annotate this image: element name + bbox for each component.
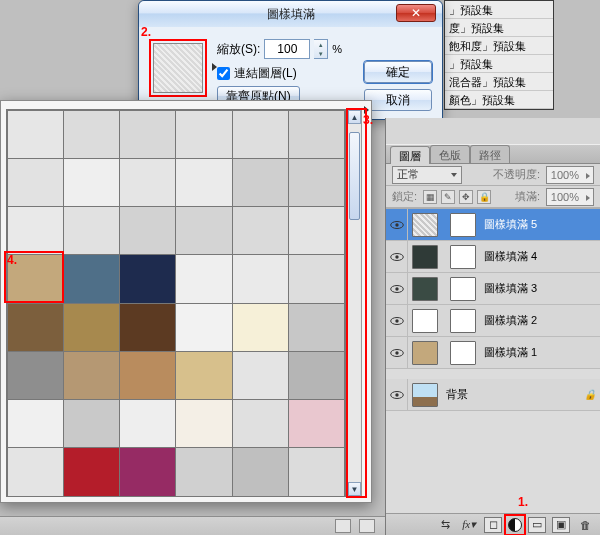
pattern-swatch[interactable] xyxy=(175,447,232,496)
layer-thumbnail[interactable] xyxy=(412,277,438,301)
visibility-eye-icon[interactable] xyxy=(386,305,408,337)
link-layers-icon[interactable]: ⇆ xyxy=(436,517,454,533)
fx-icon[interactable]: fx▾ xyxy=(460,517,478,533)
pattern-swatch[interactable] xyxy=(119,303,176,352)
visibility-eye-icon[interactable] xyxy=(386,209,408,241)
picker-scrollbar[interactable]: ▲ ▼ xyxy=(347,109,362,497)
visibility-eye-icon[interactable] xyxy=(386,273,408,305)
footer-chip-icon[interactable] xyxy=(335,519,351,533)
pattern-swatch[interactable] xyxy=(288,447,345,496)
scale-input[interactable] xyxy=(264,39,310,59)
layer-thumbnail[interactable] xyxy=(412,341,438,365)
layer-mask-thumbnail[interactable] xyxy=(450,245,476,269)
pattern-swatch[interactable] xyxy=(63,110,120,159)
pattern-swatch[interactable] xyxy=(7,303,64,352)
pattern-swatch[interactable] xyxy=(288,303,345,352)
pattern-swatch[interactable] xyxy=(232,206,289,255)
pattern-swatch[interactable] xyxy=(288,206,345,255)
pattern-swatch[interactable] xyxy=(7,206,64,255)
lock-pixels-icon[interactable]: ✎ xyxy=(441,190,455,204)
pattern-swatch[interactable] xyxy=(175,399,232,448)
pattern-swatch[interactable] xyxy=(232,351,289,400)
new-layer-icon[interactable]: ▣ xyxy=(552,517,570,533)
layer-mask-thumbnail[interactable] xyxy=(450,341,476,365)
scroll-thumb[interactable] xyxy=(349,132,360,220)
scroll-up-icon[interactable]: ▲ xyxy=(348,110,361,124)
lock-all-icon[interactable]: 🔒 xyxy=(477,190,491,204)
layer-thumbnail[interactable] xyxy=(412,245,438,269)
lock-transparent-icon[interactable]: ▦ xyxy=(423,190,437,204)
pattern-swatch[interactable] xyxy=(119,110,176,159)
layer-mask-thumbnail[interactable] xyxy=(450,213,476,237)
layer-name[interactable]: 圖樣填滿 2 xyxy=(480,313,596,328)
pattern-swatch[interactable] xyxy=(63,399,120,448)
preset-item[interactable]: 顏色」預設集 xyxy=(445,91,553,109)
mask-icon[interactable]: ◻ xyxy=(484,517,502,533)
pattern-swatch[interactable] xyxy=(175,254,232,303)
pattern-swatch[interactable] xyxy=(175,303,232,352)
footer-chip-icon[interactable] xyxy=(359,519,375,533)
pattern-swatch[interactable] xyxy=(63,447,120,496)
layer-thumbnail[interactable] xyxy=(412,213,438,237)
visibility-eye-icon[interactable] xyxy=(386,241,408,273)
blend-mode-select[interactable]: 正常 xyxy=(392,166,462,184)
pattern-swatch[interactable] xyxy=(63,303,120,352)
pattern-swatch[interactable] xyxy=(119,158,176,207)
pattern-swatch[interactable] xyxy=(7,351,64,400)
preset-item[interactable]: 」預設集 xyxy=(445,55,553,73)
pattern-swatch[interactable] xyxy=(232,254,289,303)
pattern-swatch[interactable] xyxy=(288,399,345,448)
layer-mask-thumbnail[interactable] xyxy=(450,309,476,333)
pattern-swatch[interactable] xyxy=(175,110,232,159)
scroll-down-icon[interactable]: ▼ xyxy=(348,482,361,496)
visibility-eye-icon[interactable] xyxy=(386,379,408,411)
pattern-swatch[interactable] xyxy=(175,158,232,207)
pattern-swatch[interactable] xyxy=(63,206,120,255)
pattern-swatch[interactable] xyxy=(7,447,64,496)
pattern-swatch[interactable] xyxy=(288,254,345,303)
preset-item[interactable]: 」預設集 xyxy=(445,1,553,19)
dialog-titlebar[interactable]: 圖樣填滿 ✕ xyxy=(139,1,442,27)
pattern-swatch[interactable] xyxy=(232,158,289,207)
preset-item[interactable]: 飽和度」預設集 xyxy=(445,37,553,55)
layer-thumbnail[interactable] xyxy=(412,383,438,407)
pattern-swatch[interactable] xyxy=(175,206,232,255)
adjustment-layer-icon[interactable] xyxy=(508,518,522,532)
ok-button[interactable]: 確定 xyxy=(364,61,432,83)
pattern-swatch[interactable] xyxy=(119,399,176,448)
layer-thumbnail[interactable] xyxy=(412,309,438,333)
pattern-swatch[interactable] xyxy=(63,254,120,303)
pattern-swatch[interactable] xyxy=(288,110,345,159)
layer-row[interactable]: 圖樣填滿 1 xyxy=(386,337,600,369)
link-layers-input[interactable] xyxy=(217,67,230,80)
layer-row[interactable]: 圖樣填滿 3 xyxy=(386,273,600,305)
pattern-swatch[interactable] xyxy=(175,351,232,400)
pattern-swatch[interactable] xyxy=(7,158,64,207)
opacity-input[interactable]: 100% xyxy=(546,166,594,184)
layer-mask-thumbnail[interactable] xyxy=(450,277,476,301)
group-icon[interactable]: ▭ xyxy=(528,517,546,533)
pattern-swatch[interactable] xyxy=(288,351,345,400)
scale-spinner[interactable]: ▲▼ xyxy=(314,39,328,59)
layer-name[interactable]: 背景 xyxy=(442,387,580,402)
pattern-swatch[interactable] xyxy=(119,447,176,496)
layer-row[interactable]: 圖樣填滿 2 xyxy=(386,305,600,337)
pattern-picker-arrow-icon[interactable] xyxy=(212,63,217,71)
close-button[interactable]: ✕ xyxy=(396,4,436,22)
layer-name[interactable]: 圖樣填滿 5 xyxy=(480,217,596,232)
pattern-swatch[interactable] xyxy=(7,110,64,159)
pattern-swatch[interactable] xyxy=(232,399,289,448)
cancel-button[interactable]: 取消 xyxy=(364,89,432,111)
layer-name[interactable]: 圖樣填滿 3 xyxy=(480,281,596,296)
tab-paths[interactable]: 路徑 xyxy=(470,145,510,163)
pattern-swatch[interactable] xyxy=(7,399,64,448)
pattern-swatch[interactable] xyxy=(232,303,289,352)
pattern-swatch[interactable] xyxy=(232,110,289,159)
tab-channels[interactable]: 色版 xyxy=(430,145,470,163)
trash-icon[interactable]: 🗑 xyxy=(576,517,594,533)
preset-item[interactable]: 度」預設集 xyxy=(445,19,553,37)
preset-item[interactable]: 混合器」預設集 xyxy=(445,73,553,91)
layer-row-background[interactable]: 背景🔒 xyxy=(386,379,600,411)
visibility-eye-icon[interactable] xyxy=(386,337,408,369)
pattern-swatch[interactable] xyxy=(63,158,120,207)
